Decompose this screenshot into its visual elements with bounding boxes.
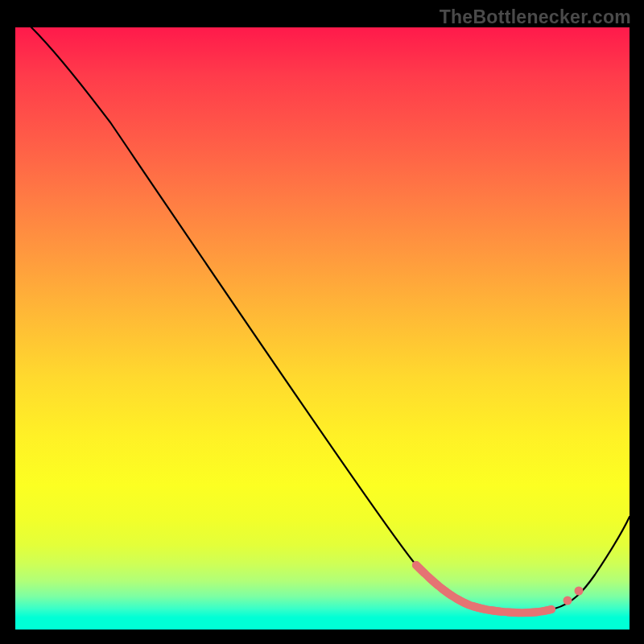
- plot-area: [15, 27, 630, 630]
- chart-frame: TheBottlenecker.com: [0, 0, 644, 644]
- curve-svg: [15, 27, 630, 630]
- bottleneck-curve: [31, 27, 630, 613]
- marker-bead: [575, 587, 584, 596]
- marker-bead: [564, 597, 572, 605]
- brand-watermark: TheBottlenecker.com: [440, 6, 631, 28]
